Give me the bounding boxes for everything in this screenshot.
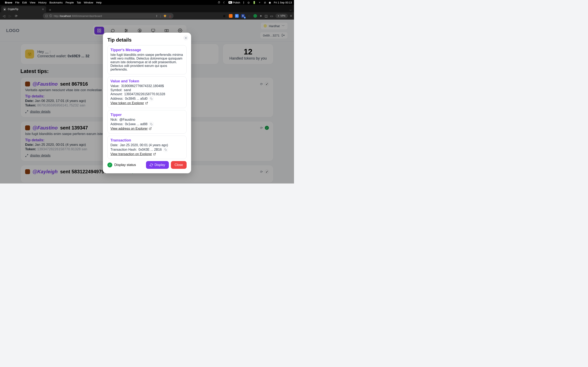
modal-value-card: Value and Token Value: 3190086277667433​… (107, 76, 187, 108)
extension-metamask-icon[interactable] (229, 14, 233, 18)
svg-rect-17 (165, 150, 167, 151)
view-token-link[interactable]: View token on Explorer (111, 101, 148, 105)
control-center-icon[interactable]: ⎚ (264, 1, 266, 4)
menu-edit[interactable]: Edit (22, 1, 27, 4)
extension-grammarly-icon[interactable] (253, 14, 257, 18)
reload-button[interactable]: ⟳ (14, 14, 18, 18)
modal-close-button[interactable]: ✕ (183, 35, 188, 40)
check-icon: ✓ (107, 162, 112, 167)
new-tab-button[interactable]: ＋ (48, 7, 52, 12)
browser-tabstrip: ▲ CryptoTip ✕ ＋ ﹀ (0, 5, 294, 12)
extension-icon[interactable]: ◌ (247, 14, 251, 18)
external-link-icon (153, 153, 156, 156)
bluetooth-icon[interactable]: ᛒ (243, 1, 245, 4)
app-menu-icon[interactable]: ≡ (290, 14, 292, 18)
svg-rect-16 (151, 124, 153, 125)
tab-close-icon[interactable]: ✕ (42, 8, 44, 11)
app-name[interactable]: Brave (5, 1, 12, 4)
favicon-icon: ▲ (3, 8, 6, 11)
tabs-dropdown-icon[interactable]: ﹀ (290, 9, 292, 12)
view-tx-link[interactable]: View transaction on Explorer (111, 152, 156, 156)
display-button[interactable]: Display (146, 161, 169, 169)
modal-message-card: Tipper's Message Iste fugit blanditiis e… (107, 45, 187, 75)
address-bar[interactable]: ☐ ⓘ http://localhost:3000/streamer/dashb… (43, 13, 173, 19)
copy-icon[interactable] (149, 96, 154, 101)
shields-icon[interactable]: 🦁 (163, 15, 167, 17)
moon-icon[interactable]: ☾ (223, 1, 226, 4)
svg-rect-15 (151, 99, 153, 100)
browser-tab[interactable]: ▲ CryptoTip ✕ (1, 6, 46, 12)
menu-people[interactable]: People (66, 1, 74, 4)
modal-title: Tip details (107, 37, 187, 43)
menu-tab[interactable]: Tab (77, 1, 81, 4)
wallet-icon[interactable]: ▭ (270, 14, 273, 18)
input-lang[interactable]: PLPolish (228, 1, 240, 4)
extension-icon[interactable]: ◧ (223, 14, 226, 18)
menu-history[interactable]: History (38, 1, 46, 4)
share-icon[interactable]: ⇪ (156, 15, 158, 17)
battery-icon[interactable]: 🔋 (252, 1, 256, 4)
menu-window[interactable]: Window (84, 1, 93, 4)
site-info-icon[interactable]: ⓘ (49, 14, 52, 18)
view-address-link[interactable]: View address on Explorer (111, 127, 152, 131)
media-icon[interactable]: ⊙ (247, 1, 250, 4)
extension-translate-icon[interactable]: 文 (235, 14, 239, 18)
sidepanel-icon[interactable]: ◫ (265, 14, 268, 18)
menu-view[interactable]: View (30, 1, 35, 4)
tip-details-modal: ✕ Tip details Tipper's Message Iste fugi… (103, 33, 191, 173)
back-button[interactable]: ◁ (2, 14, 6, 18)
tab-title: CryptoTip (8, 8, 18, 11)
wifi-icon[interactable]: ᯤ (259, 1, 261, 4)
menu-file[interactable]: File (15, 1, 19, 4)
clock[interactable]: Fri 1 Sep 00:13 (274, 1, 292, 4)
refresh-icon (150, 163, 153, 167)
menu-bookmarks[interactable]: Bookmarks (49, 1, 63, 4)
external-link-icon (149, 127, 152, 130)
modal-tx-card: Transaction Date: Jan 25 2020, 00:01 (4 … (107, 136, 187, 159)
vpn-button[interactable]: VPN (276, 14, 288, 18)
siri-icon[interactable]: ◉ (269, 1, 271, 4)
browser-toolbar: ◁ ▷ ⟳ ☐ ⓘ http://localhost:3000/streamer… (0, 12, 294, 20)
copy-icon[interactable] (163, 147, 168, 152)
close-button[interactable]: Close (171, 161, 187, 169)
copy-icon[interactable] (149, 122, 154, 126)
modal-tipper-card: Tipper Nick: @Faustino Address: 0x1eee .… (107, 110, 187, 133)
display-status: ✓Display status (107, 162, 136, 167)
bookmark-icon[interactable]: ☐ (45, 15, 48, 17)
menu-help[interactable]: Help (96, 1, 102, 4)
extensions-icon[interactable]: ✦ (259, 14, 262, 18)
extension-bitdefender-icon[interactable]: B4 (241, 14, 245, 18)
warning-icon[interactable]: △ (169, 15, 171, 17)
macos-menubar: Brave File Edit View History Bookmarks P… (0, 0, 294, 5)
external-link-icon (145, 102, 148, 105)
timer-icon[interactable]: ⏱ (218, 1, 220, 4)
forward-button: ▷ (8, 14, 12, 18)
